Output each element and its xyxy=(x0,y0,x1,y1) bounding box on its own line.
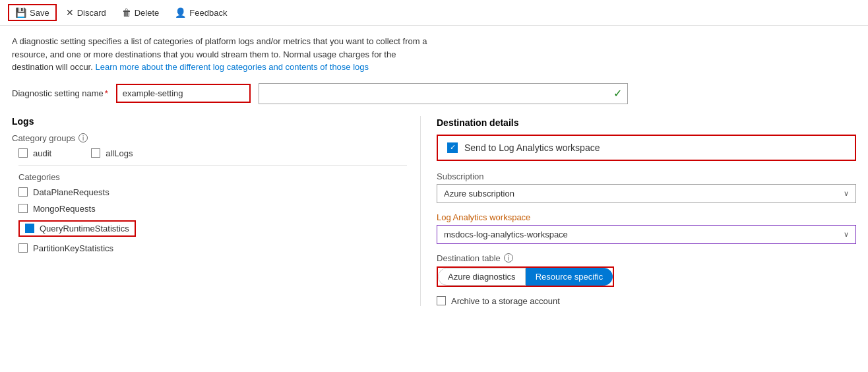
mongorequests-row: MongoRequests xyxy=(12,204,407,214)
delete-icon: 🗑 xyxy=(122,7,131,18)
dest-table-info-icon[interactable]: i xyxy=(504,253,513,263)
logs-section: Logs Category groups i audit allLogs C xyxy=(12,116,421,306)
azure-diagnostics-btn[interactable]: Azure diagnostics xyxy=(438,268,526,286)
archive-checkbox[interactable] xyxy=(437,296,446,305)
queryruntimestatistics-highlighted-row: QueryRuntimeStatistics xyxy=(18,220,136,237)
dest-table-label: Destination table i xyxy=(437,253,856,263)
diagnostic-setting-name-row: Diagnostic setting name* ✓ xyxy=(12,83,856,104)
logs-section-title: Logs xyxy=(12,116,407,127)
audit-label: audit xyxy=(33,148,51,158)
mongorequests-checkbox[interactable] xyxy=(18,204,28,213)
send-to-workspace-label: Send to Log Analytics workspace xyxy=(464,142,600,153)
category-groups-info-icon[interactable]: i xyxy=(78,133,88,142)
subscription-field-group: Subscription Azure subscription ∨ xyxy=(437,171,856,203)
diag-name-field-outer: ✓ xyxy=(259,83,628,104)
main-columns: Logs Category groups i audit allLogs C xyxy=(12,116,856,306)
workspace-label: Log Analytics workspace xyxy=(437,212,856,222)
diag-name-label: Diagnostic setting name* xyxy=(12,88,108,98)
category-groups-label: Category groups i xyxy=(12,133,407,143)
send-to-workspace-box: Send to Log Analytics workspace xyxy=(437,135,856,161)
audit-checkbox[interactable] xyxy=(18,148,28,158)
allLogs-checkbox[interactable] xyxy=(91,148,100,158)
check-icon: ✓ xyxy=(613,87,622,100)
diag-name-input-box-highlighted xyxy=(116,84,251,103)
subscription-chevron-icon: ∨ xyxy=(844,189,849,198)
page-content: A diagnostic setting specifies a list of… xyxy=(0,26,868,315)
description-text: A diagnostic setting specifies a list of… xyxy=(12,35,434,74)
workspace-chevron-icon: ∨ xyxy=(844,230,849,239)
workspace-field-group: Log Analytics workspace msdocs-log-analy… xyxy=(437,212,856,244)
workspace-dropdown[interactable]: msdocs-log-analytics-workspace ∨ xyxy=(437,225,856,244)
subscription-value: Azure subscription xyxy=(444,189,514,199)
categories-label: Categories xyxy=(12,172,407,182)
categories-divider xyxy=(18,165,407,166)
save-icon: 💾 xyxy=(15,7,26,18)
subscription-dropdown[interactable]: Azure subscription ∨ xyxy=(437,184,856,203)
feedback-icon: 👤 xyxy=(175,7,186,18)
archive-label: Archive to a storage account xyxy=(451,296,560,306)
dest-table-toggle-highlighted: Azure diagnostics Resource specific xyxy=(437,266,614,287)
resource-specific-btn[interactable]: Resource specific xyxy=(526,268,613,286)
destination-table-field-group: Destination table i Azure diagnostics Re… xyxy=(437,253,856,287)
save-label: Save xyxy=(30,8,49,18)
destination-section-title: Destination details xyxy=(437,117,856,128)
dataplanerequests-label: DataPlaneRequests xyxy=(33,187,109,197)
delete-button[interactable]: 🗑 Delete xyxy=(115,5,166,20)
learn-more-link[interactable]: Learn more about the different log categ… xyxy=(95,62,369,72)
feedback-label: Feedback xyxy=(189,8,227,18)
discard-icon: ✕ xyxy=(66,7,74,18)
dataplanerequests-checkbox[interactable] xyxy=(18,187,28,197)
partitionkeystatistics-checkbox[interactable] xyxy=(18,243,28,253)
subscription-label: Subscription xyxy=(437,171,856,181)
mongorequests-label: MongoRequests xyxy=(33,204,96,214)
queryruntimestatistics-checkbox[interactable] xyxy=(25,224,34,233)
dest-table-pill-group: Azure diagnostics Resource specific xyxy=(438,268,613,286)
diag-name-input[interactable] xyxy=(117,85,249,102)
partitionkeystatistics-label: PartitionKeyStatistics xyxy=(33,243,113,253)
save-button[interactable]: 💾 Save xyxy=(8,4,57,21)
dataplanerequests-row: DataPlaneRequests xyxy=(12,187,407,197)
toolbar: 💾 Save ✕ Discard 🗑 Delete 👤 Feedback xyxy=(0,0,868,26)
feedback-button[interactable]: 👤 Feedback xyxy=(168,5,233,20)
destination-section: Destination details Send to Log Analytic… xyxy=(421,117,856,306)
workspace-value: msdocs-log-analytics-workspace xyxy=(444,230,568,239)
audit-checkbox-row: audit xyxy=(18,148,51,158)
allLogs-label: allLogs xyxy=(106,148,133,158)
archive-row: Archive to a storage account xyxy=(437,296,856,306)
discard-button[interactable]: ✕ Discard xyxy=(59,5,113,20)
allLogs-checkbox-row: allLogs xyxy=(91,148,133,158)
send-to-workspace-checkbox[interactable] xyxy=(447,142,458,153)
category-groups-row: audit allLogs xyxy=(12,148,407,158)
delete-label: Delete xyxy=(135,8,160,18)
discard-label: Discard xyxy=(77,8,106,18)
partitionkeystatistics-row: PartitionKeyStatistics xyxy=(12,243,407,253)
queryruntimestatistics-label: QueryRuntimeStatistics xyxy=(40,224,129,233)
